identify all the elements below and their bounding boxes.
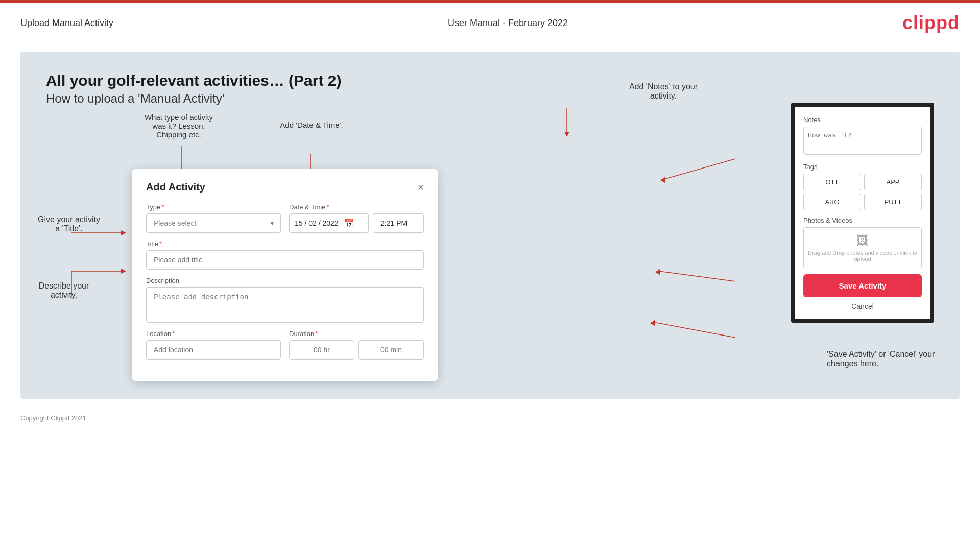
duration-label: Duration* bbox=[289, 330, 424, 338]
annotation-save: 'Save Activity' or 'Cancel' your changes… bbox=[827, 350, 944, 368]
form-group-description: Description bbox=[146, 277, 424, 323]
upload-icon: 🖼 bbox=[856, 233, 869, 248]
type-select[interactable]: Please select bbox=[146, 213, 281, 233]
svg-line-10 bbox=[659, 271, 735, 281]
form-row-location-duration: Location* Duration* bbox=[146, 330, 424, 360]
type-label: Type* bbox=[146, 203, 281, 211]
description-label: Description bbox=[146, 277, 424, 284]
form-row-title: Title* bbox=[146, 240, 424, 270]
form-group-duration: Duration* bbox=[289, 330, 424, 360]
svg-line-9 bbox=[664, 159, 735, 179]
location-input[interactable] bbox=[146, 340, 281, 360]
add-activity-modal: Add Activity × Type* Please select Date … bbox=[132, 169, 438, 381]
header: Upload Manual Activity User Manual - Feb… bbox=[0, 3, 980, 41]
copyright: Copyright Clippd 2021 bbox=[20, 414, 86, 422]
time-input[interactable] bbox=[373, 213, 424, 233]
title-input[interactable] bbox=[146, 250, 424, 270]
notes-label: Notes bbox=[803, 116, 922, 124]
description-textarea[interactable] bbox=[146, 287, 424, 323]
form-row-description: Description bbox=[146, 277, 424, 323]
datetime-inputs: 15 / 02 / 2022 📅 bbox=[289, 213, 424, 233]
tag-ott[interactable]: OTT bbox=[803, 174, 861, 190]
form-group-datetime: Date & Time* 15 / 02 / 2022 📅 bbox=[289, 203, 424, 233]
modal-title: Add Activity bbox=[146, 181, 205, 193]
main-content: All your golf-relevant activities… (Part… bbox=[20, 52, 960, 399]
upload-text: Drag and Drop photos and videos or click… bbox=[804, 250, 921, 262]
page-title: Upload Manual Activity bbox=[20, 18, 113, 29]
clippd-logo: clippd bbox=[902, 12, 960, 33]
calendar-icon: 📅 bbox=[344, 219, 354, 228]
type-select-wrapper: Please select bbox=[146, 213, 281, 233]
tag-putt[interactable]: PUTT bbox=[864, 194, 922, 210]
form-group-location: Location* bbox=[146, 330, 281, 360]
date-input[interactable]: 15 / 02 / 2022 📅 bbox=[289, 213, 369, 233]
section-title: All your golf-relevant activities… (Part… bbox=[46, 72, 934, 89]
upload-area[interactable]: 🖼 Drag and Drop photos and videos or cli… bbox=[803, 227, 922, 268]
duration-hr-input[interactable] bbox=[289, 340, 354, 360]
duration-min-input[interactable] bbox=[358, 340, 424, 360]
tag-app[interactable]: APP bbox=[864, 174, 922, 190]
date-value: 15 / 02 / 2022 bbox=[295, 219, 339, 227]
annotation-notes: Add 'Notes' to your activity. bbox=[617, 82, 709, 101]
annotation-title: Give your activity a 'Title'. bbox=[36, 215, 102, 233]
cancel-link[interactable]: Cancel bbox=[803, 302, 922, 310]
phone-panel: Notes Tags OTT APP ARG PUTT Photos & Vid… bbox=[791, 103, 934, 323]
location-label: Location* bbox=[146, 330, 281, 338]
modal-close-button[interactable]: × bbox=[418, 182, 424, 193]
tag-arg[interactable]: ARG bbox=[803, 194, 861, 210]
save-activity-button[interactable]: Save Activity bbox=[803, 274, 922, 297]
annotation-datetime: Add 'Date & Time'. bbox=[271, 121, 352, 129]
footer: Copyright Clippd 2021 bbox=[0, 409, 980, 427]
title-label: Title* bbox=[146, 240, 424, 248]
notes-textarea[interactable] bbox=[803, 127, 922, 155]
header-divider bbox=[20, 41, 960, 41]
tags-label: Tags bbox=[803, 163, 922, 171]
form-group-title: Title* bbox=[146, 240, 424, 270]
datetime-label: Date & Time* bbox=[289, 203, 424, 211]
duration-inputs bbox=[289, 340, 424, 360]
logo-area: clippd bbox=[902, 12, 960, 34]
annotation-type: What type of activity was it? Lesson, Ch… bbox=[138, 113, 220, 139]
annotation-description: Describe your activity. bbox=[31, 281, 97, 300]
manual-title: User Manual - February 2022 bbox=[448, 18, 568, 29]
photos-label: Photos & Videos bbox=[803, 217, 922, 224]
form-row-type-datetime: Type* Please select Date & Time* 15 / 02… bbox=[146, 203, 424, 233]
modal-header: Add Activity × bbox=[146, 181, 424, 193]
svg-line-11 bbox=[654, 322, 735, 338]
form-group-type: Type* Please select bbox=[146, 203, 281, 233]
tags-grid: OTT APP ARG PUTT bbox=[803, 174, 922, 210]
